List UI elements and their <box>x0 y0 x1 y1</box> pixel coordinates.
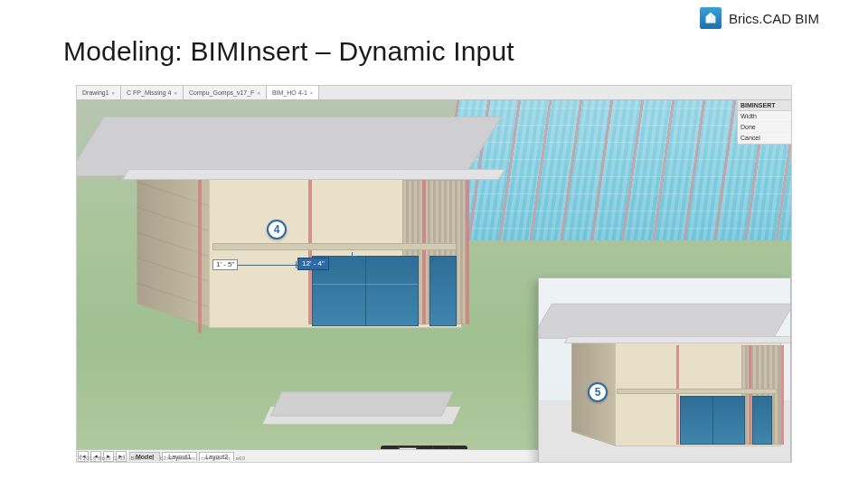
command-options-panel: BIMINSERT Width Done Cancel <box>737 100 791 145</box>
accent-column <box>676 345 679 445</box>
document-tab-label: C FP_Missing 4 <box>127 89 171 96</box>
command-option[interactable]: Cancel <box>738 133 791 144</box>
slide-title: Modeling: BIMInsert – Dynamic Input <box>63 36 514 67</box>
dimension-readout: 1' - 5" <box>212 259 238 270</box>
document-tab-label: Compu_Gomps_v17_F <box>189 89 254 96</box>
roof-plane <box>538 304 791 339</box>
roof-fascia <box>564 336 791 343</box>
roof-plane <box>77 117 502 176</box>
accent-column <box>749 345 751 445</box>
brand-block: Brics.CAD BIM <box>700 7 819 29</box>
awning-strip <box>212 243 457 250</box>
side-window <box>429 256 457 326</box>
accent-column <box>422 180 426 324</box>
dimension-tick <box>412 261 413 268</box>
close-icon[interactable]: × <box>175 90 178 96</box>
main-screenshot: Drawing1× C FP_Missing 4× Compu_Gomps_v1… <box>76 85 792 463</box>
crosshair-icon <box>348 252 357 261</box>
inset-building <box>564 304 781 455</box>
command-option[interactable]: Done <box>738 122 791 133</box>
step-callout-4: 4 <box>267 220 287 239</box>
command-option[interactable]: Width <box>738 111 791 122</box>
footer-copyright: ©2016 Brics CAD · BIM 4 · 1 · b2iG · ims… <box>79 455 245 461</box>
brand-logo-icon <box>700 7 722 29</box>
close-icon[interactable]: × <box>310 90 314 96</box>
document-tab-label: Drawing1 <box>82 89 109 96</box>
awning-strip <box>617 389 778 394</box>
roof-fascia <box>122 169 505 180</box>
brand-text: Brics.CAD BIM <box>729 11 819 26</box>
accent-column <box>198 166 202 333</box>
document-tab[interactable]: Drawing1× <box>77 86 121 99</box>
document-tab-bar: Drawing1× C FP_Missing 4× Compu_Gomps_v1… <box>77 86 791 100</box>
command-panel-header: BIMINSERT <box>738 100 791 111</box>
document-tab-label: BIM_HO 4-1 <box>272 89 307 96</box>
accent-column <box>781 345 784 445</box>
dimension-input-active[interactable]: 12' - 4" <box>297 258 329 270</box>
inset-screenshot <box>538 277 791 463</box>
step-callout-5: 5 <box>588 382 608 402</box>
dimension-tick <box>296 261 297 268</box>
document-tab[interactable]: Compu_Gomps_v17_F× <box>184 86 267 99</box>
foreground-building <box>131 117 493 352</box>
accent-column <box>466 180 469 324</box>
document-tab[interactable]: C FP_Missing 4× <box>121 86 184 99</box>
storefront-window <box>680 396 745 445</box>
close-icon[interactable]: × <box>257 90 260 96</box>
close-icon[interactable]: × <box>112 90 116 96</box>
terrace-slab <box>270 392 454 417</box>
document-tab[interactable]: BIM_HO 4-1× <box>267 86 319 99</box>
side-window <box>752 396 772 445</box>
